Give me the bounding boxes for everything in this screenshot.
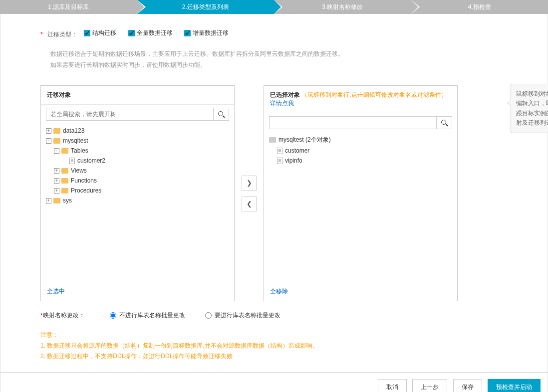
target-panel-title: 已选择对象 — [270, 91, 300, 98]
target-panel-footer: 全移除 — [264, 282, 457, 301]
table-icon — [277, 158, 282, 164]
tree-node-selected-db[interactable]: mysqltest (2个对象) — [269, 134, 452, 146]
search-icon — [441, 120, 448, 126]
folder-icon — [61, 178, 68, 184]
folder-icon — [61, 148, 68, 154]
target-panel-header: 已选择对象 （鼠标移到对象行,点击编辑可修改对象名或过滤条件） 详情点我 — [264, 86, 457, 113]
select-all-link[interactable]: 全选中 — [47, 288, 65, 295]
cb-full[interactable]: 全量数据迁移 — [128, 29, 173, 37]
folder-icon — [61, 188, 68, 194]
expand-icon[interactable]: + — [54, 188, 59, 194]
target-panel-hint: （鼠标移到对象行,点击编辑可修改对象名或过滤条件） — [301, 91, 447, 98]
required-mark: * — [40, 31, 43, 38]
source-search-row — [41, 105, 234, 124]
tree-node-mysqltest[interactable]: −mysqltest — [46, 136, 229, 146]
tree-node-functions[interactable]: +Functions — [46, 176, 229, 186]
source-search-input[interactable] — [46, 108, 213, 121]
radio-do-rename[interactable]: 要进行库表名称批量更改 — [205, 311, 280, 320]
cancel-button[interactable]: 取消 — [378, 379, 407, 392]
main-content: * 迁移类型： 结构迁移 全量数据迁移 增量数据迁移 数据迁移适合于短期的数据迁… — [0, 14, 548, 373]
step-2[interactable]: 2.迁移类型及列表 — [137, 0, 274, 14]
tree-node-sys[interactable]: +sys — [46, 196, 229, 205]
step-3[interactable]: 3.映射名称修改 — [274, 0, 411, 14]
wizard-steps: 1.源库及目标库 2.迁移类型及列表 3.映射名称修改 4.预检查 — [0, 0, 548, 14]
migration-type-label: 迁移类型： — [47, 31, 77, 38]
save-button[interactable]: 保存 — [453, 379, 482, 392]
expand-icon[interactable]: + — [54, 178, 59, 184]
expand-icon[interactable]: + — [46, 198, 51, 203]
table-icon — [277, 148, 282, 154]
source-panel-footer: 全选中 — [41, 282, 234, 301]
step-4[interactable]: 4.预检查 — [411, 0, 548, 14]
transfer-container: 迁移对象 +data123 −mysqltest −Tables custome… — [40, 85, 508, 301]
rename-label: 映射名称更改： — [43, 311, 85, 320]
rename-row: * 映射名称更改： 不进行库表名称批量更改 要进行库表名称批量更改 — [40, 311, 508, 320]
cb-incremental-input[interactable] — [184, 30, 191, 36]
folder-icon — [53, 138, 60, 144]
tree-node-tables[interactable]: −Tables — [46, 146, 229, 156]
notice-line2: 2. 数据迁移过程中，不支持DDL操作，如进行DDL操作可能导致迁移失败 — [40, 351, 508, 362]
remove-all-link[interactable]: 全移除 — [270, 288, 288, 295]
folder-icon — [53, 198, 60, 203]
radio-do-rename-input[interactable] — [205, 312, 212, 319]
tree-node-data123[interactable]: +data123 — [46, 126, 229, 136]
radio-no-rename-input[interactable] — [110, 312, 116, 319]
folder-icon — [53, 128, 60, 134]
tree-node-customer2[interactable]: customer2 — [46, 156, 229, 166]
target-panel: 已选择对象 （鼠标移到对象行,点击编辑可修改对象名或过滤条件） 详情点我 mys… — [264, 85, 458, 301]
search-icon — [218, 111, 225, 118]
folder-icon — [269, 137, 276, 143]
radio-no-rename[interactable]: 不进行库表名称批量更改 — [110, 311, 185, 320]
tree-node-views[interactable]: +Views — [46, 166, 229, 176]
target-tree: mysqltest (2个对象) customer vipinfo — [264, 132, 457, 282]
expand-icon[interactable]: + — [54, 168, 59, 174]
detail-link[interactable]: 详情点我 — [270, 100, 294, 107]
step-1[interactable]: 1.源库及目标库 — [0, 0, 137, 14]
notice-block: 注意： 1. 数据迁移只会将源库的数据（结构）复制一份到目标数据库,并不会对源数… — [40, 330, 508, 362]
add-button[interactable]: ❯ — [242, 176, 257, 191]
cb-structure[interactable]: 结构迁移 — [84, 29, 116, 37]
collapse-icon[interactable]: − — [54, 148, 59, 154]
target-search-row — [264, 113, 457, 132]
cb-structure-input[interactable] — [84, 30, 90, 36]
precheck-button[interactable]: 预检查并启动 — [488, 379, 541, 392]
remove-button[interactable]: ❮ — [242, 196, 257, 211]
cb-full-input[interactable] — [128, 30, 135, 36]
transfer-buttons: ❯ ❮ — [242, 85, 257, 301]
tree-node-procedures[interactable]: +Procedures — [46, 186, 229, 196]
notice-title: 注意： — [40, 330, 508, 341]
notice-line1: 1. 数据迁移只会将源库的数据（结构）复制一份到目标数据库,并不会对源数据库数据… — [40, 341, 508, 352]
expand-icon[interactable]: + — [46, 128, 51, 134]
cb-incremental[interactable]: 增量数据迁移 — [184, 29, 229, 37]
source-search-button[interactable] — [213, 108, 229, 121]
tree-node-selected-customer[interactable]: customer — [269, 146, 452, 156]
source-tree: +data123 −mysqltest −Tables customer2 +V… — [41, 124, 234, 282]
footer-actions: 取消 上一步 保存 预检查并启动 — [0, 373, 548, 392]
help-tooltip: 鼠标移到对象上，点击编辑入口，即可配置源跟目标实例的对象名映射及迁移列选择 — [511, 84, 548, 133]
collapse-icon[interactable]: − — [46, 138, 51, 144]
target-search-button[interactable] — [436, 116, 452, 129]
migration-type-row: * 迁移类型： 结构迁移 全量数据迁移 增量数据迁移 — [40, 29, 508, 39]
description-text: 数据迁移适合于短期的数据迁移场景，主要应用于上云迁移、数据库扩容拆分及阿里云数据… — [50, 49, 508, 70]
source-panel: 迁移对象 +data123 −mysqltest −Tables custome… — [40, 85, 235, 301]
prev-button[interactable]: 上一步 — [412, 379, 447, 392]
source-panel-header: 迁移对象 — [41, 86, 234, 105]
target-search-input[interactable] — [269, 116, 436, 129]
tree-node-selected-vipinfo[interactable]: vipinfo — [269, 156, 452, 166]
table-icon — [69, 158, 75, 164]
folder-icon — [61, 168, 68, 174]
